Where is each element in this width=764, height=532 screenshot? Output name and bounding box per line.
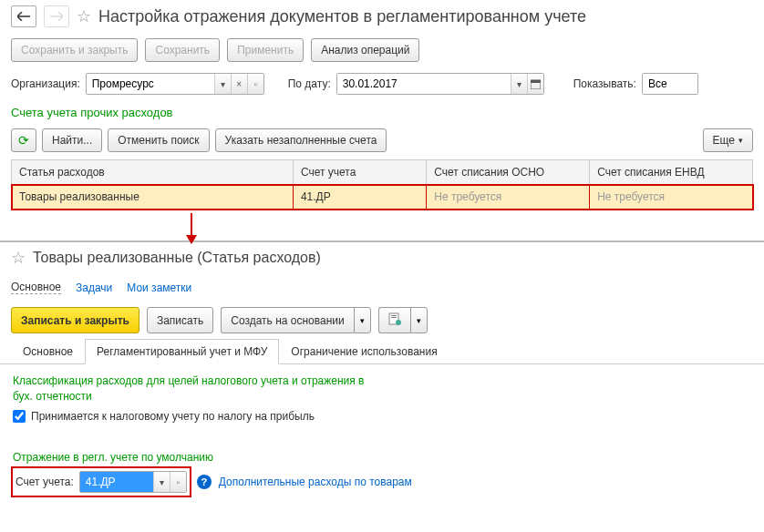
account-field-label: Счет учета: — [15, 476, 74, 488]
more-button[interactable]: Еще▾ — [703, 128, 753, 152]
analysis-button[interactable]: Анализ операций — [311, 38, 419, 62]
org-clear-icon[interactable]: × — [231, 74, 247, 94]
cancel-search-button[interactable]: Отменить поиск — [108, 128, 209, 152]
tab-regulated[interactable]: Регламентированный учет и МФУ — [85, 339, 279, 364]
date-input[interactable] — [337, 74, 511, 94]
date-select[interactable]: ▾ — [336, 73, 544, 95]
apply-button[interactable]: Применить — [227, 38, 304, 62]
checkbox-label: Принимается к налоговому учету по налогу… — [31, 410, 315, 423]
reports-button[interactable]: ▾ — [378, 307, 428, 333]
table-row[interactable]: Товары реализованные 41.ДР Не требуется … — [12, 185, 753, 210]
cell-account[interactable]: 41.ДР — [293, 185, 426, 210]
svg-rect-6 — [391, 317, 397, 318]
specify-empty-button[interactable]: Указать незаполненные счета — [215, 128, 387, 152]
svg-point-7 — [396, 320, 401, 325]
account-select[interactable]: ▾ ▫ — [79, 471, 187, 493]
report-icon — [388, 312, 401, 325]
col-osno[interactable]: Счет списания ОСНО — [427, 160, 590, 185]
show-input[interactable] — [643, 74, 697, 94]
find-button[interactable]: Найти... — [42, 128, 102, 152]
save-close-button[interactable]: Сохранить и закрыть — [11, 38, 138, 62]
org-dropdown-icon[interactable]: ▾ — [214, 74, 231, 94]
nav-tasks[interactable]: Задачи — [76, 281, 112, 294]
arrow-annotation — [182, 213, 201, 244]
account-open-icon[interactable]: ▫ — [170, 472, 186, 492]
refresh-icon: ⟳ — [18, 133, 29, 148]
chevron-down-icon[interactable]: ▾ — [410, 307, 428, 333]
write-close-button[interactable]: Записать и закрыть — [11, 307, 139, 333]
write-button[interactable]: Записать — [147, 307, 213, 333]
item-title: Товары реализованные (Статья расходов) — [33, 250, 321, 266]
show-label: Показывать: — [573, 77, 636, 90]
svg-marker-3 — [186, 235, 197, 244]
col-envd[interactable]: Счет списания ЕНВД — [590, 160, 753, 185]
tab-main[interactable]: Основное — [11, 339, 85, 364]
tax-accounting-checkbox[interactable] — [13, 410, 26, 423]
page-title: Настройка отражения документов в регламе… — [98, 7, 586, 26]
show-select[interactable] — [642, 73, 698, 95]
help-icon[interactable]: ? — [197, 475, 212, 489]
nav-main[interactable]: Основное — [11, 281, 61, 294]
org-input[interactable] — [87, 74, 214, 94]
accounts-table: Статья расходов Счет учета Счет списания… — [11, 159, 753, 210]
forward-button[interactable] — [44, 5, 69, 27]
cell-expense[interactable]: Товары реализованные — [12, 185, 294, 210]
default-reflection-heading: Отражение в регл. учете по умолчанию — [13, 450, 751, 466]
chevron-down-icon[interactable]: ▾ — [354, 307, 371, 333]
svg-rect-5 — [391, 315, 397, 316]
favorite-icon[interactable]: ☆ — [77, 6, 91, 26]
org-label: Организация: — [11, 77, 80, 90]
date-label: По дату: — [288, 77, 331, 90]
calendar-icon[interactable] — [527, 74, 543, 94]
tab-restriction[interactable]: Ограничение использования — [279, 339, 449, 364]
org-select[interactable]: ▾ × ▫ — [86, 73, 264, 95]
account-dropdown-icon[interactable]: ▾ — [153, 472, 170, 492]
date-dropdown-icon[interactable]: ▾ — [511, 74, 527, 94]
classification-heading: Классификация расходов для целей налогов… — [13, 373, 751, 404]
favorite-icon[interactable]: ☆ — [11, 248, 26, 268]
extra-expenses-link[interactable]: Дополнительные расходы по товарам — [219, 476, 412, 488]
create-based-button[interactable]: Создать на основании ▾ — [221, 307, 371, 333]
chevron-down-icon: ▾ — [738, 136, 743, 145]
refresh-button[interactable]: ⟳ — [11, 128, 36, 152]
nav-notes[interactable]: Мои заметки — [127, 281, 191, 294]
svg-rect-1 — [531, 80, 541, 83]
col-expense[interactable]: Статья расходов — [12, 160, 294, 185]
back-button[interactable] — [11, 5, 36, 27]
cell-osno[interactable]: Не требуется — [427, 185, 590, 210]
account-input[interactable] — [80, 472, 153, 492]
col-account[interactable]: Счет учета — [293, 160, 426, 185]
save-button[interactable]: Сохранить — [145, 38, 220, 62]
cell-envd[interactable]: Не требуется — [590, 185, 753, 210]
section-accounts: Счета учета прочих расходов — [0, 100, 764, 125]
org-open-icon[interactable]: ▫ — [247, 74, 263, 94]
